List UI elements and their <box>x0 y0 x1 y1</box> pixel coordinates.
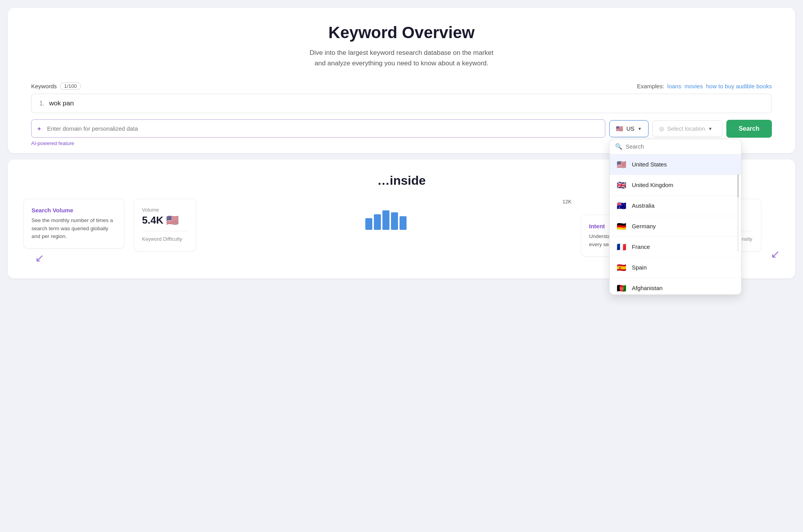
bar-chart <box>365 206 412 230</box>
country-flag-icon: 🇬🇧 <box>617 180 626 190</box>
svg-rect-3 <box>391 212 398 230</box>
keyword-input[interactable] <box>49 100 764 107</box>
location-chevron-icon: ▼ <box>708 126 712 131</box>
keyword-difficulty-label: Keyword Difficulty <box>142 236 188 242</box>
country-flag-icon: 🇺🇸 <box>617 160 626 169</box>
svg-rect-2 <box>382 210 389 230</box>
svg-rect-0 <box>365 218 372 230</box>
dropdown-list: 🇺🇸United States🇬🇧United Kingdom🇦🇺Austral… <box>610 154 741 294</box>
country-dropdown: 🔍 🇺🇸United States🇬🇧United Kingdom🇦🇺Austr… <box>609 139 742 295</box>
chart-label: 12K <box>563 199 572 205</box>
svg-rect-4 <box>400 216 407 230</box>
page-subtitle: Dive into the largest keyword research d… <box>31 47 772 68</box>
domain-input-wrapper: ✦ AI-powered feature <box>31 119 605 138</box>
scroll-track <box>737 174 739 252</box>
insights-heading: …inside <box>377 173 426 188</box>
country-name: Germany <box>632 223 656 229</box>
country-flag-icon: 🇫🇷 <box>617 242 626 252</box>
dropdown-item[interactable]: 🇦🇺Australia <box>610 196 741 216</box>
dropdown-item[interactable]: 🇦🇫Afghanistan <box>610 278 741 294</box>
main-card: Keyword Overview Dive into the largest k… <box>8 8 795 153</box>
dropdown-search-input[interactable] <box>626 143 736 150</box>
keyword-input-row: 1. <box>31 94 772 113</box>
country-flag: 🇺🇸 <box>616 125 623 132</box>
keywords-row: Keywords 1/100 Examples: loans movies ho… <box>31 82 772 90</box>
search-volume-title: Search Volume <box>32 207 116 214</box>
country-code: US <box>626 125 635 132</box>
country-name: United Kingdom <box>632 182 673 188</box>
arrow-down-icon: ↙ <box>35 252 124 264</box>
example-link-audible[interactable]: how to buy audible books <box>706 83 772 89</box>
keywords-label: Keywords 1/100 <box>31 82 81 90</box>
domain-input[interactable] <box>31 119 605 138</box>
country-name: Afghanistan <box>632 285 663 291</box>
chart-area: 12K <box>205 199 572 230</box>
country-name: France <box>632 243 650 250</box>
dropdown-item[interactable]: 🇺🇸United States <box>610 154 741 175</box>
ai-powered-label: AI-powered feature <box>31 140 74 146</box>
country-name: United States <box>632 161 667 168</box>
volume-stat-card: Volume 5.4K 🇺🇸 Keyword Difficulty <box>134 199 196 252</box>
location-placeholder: Select location <box>667 125 705 132</box>
country-name: Spain <box>632 264 647 271</box>
dropdown-item[interactable]: 🇩🇪Germany <box>610 216 741 237</box>
location-selector[interactable]: ◎ Select location ▼ <box>652 120 722 137</box>
svg-rect-1 <box>374 214 381 230</box>
dropdown-item[interactable]: 🇬🇧United Kingdom <box>610 175 741 196</box>
search-volume-desc: See the monthly number of times a search… <box>32 217 116 240</box>
example-link-loans[interactable]: loans <box>667 83 681 89</box>
sparkle-icon: ✦ <box>37 125 42 132</box>
dropdown-item[interactable]: 🇪🇸Spain <box>610 257 741 278</box>
page-title: Keyword Overview <box>31 23 772 42</box>
scroll-thumb <box>737 174 739 198</box>
country-flag-icon: 🇪🇸 <box>617 263 626 272</box>
search-bar-row: ✦ AI-powered feature 🇺🇸 US ▼ 🔍 <box>31 119 772 138</box>
country-flag-icon: 🇦🇺 <box>617 201 626 210</box>
search-volume-section: Search Volume See the monthly number of … <box>23 199 124 264</box>
location-icon: ◎ <box>659 125 664 132</box>
cpc-arrow-icon: ↙ <box>771 248 780 261</box>
example-link-movies[interactable]: movies <box>684 83 703 89</box>
keyword-number: 1. <box>39 100 44 107</box>
country-flag-icon: 🇩🇪 <box>617 222 626 231</box>
country-flag-icon: 🇦🇫 <box>617 284 626 293</box>
volume-value: 5.4K 🇺🇸 <box>142 214 188 226</box>
chevron-down-icon: ▼ <box>638 126 642 131</box>
dropdown-item[interactable]: 🇫🇷France <box>610 237 741 257</box>
search-volume-card: Search Volume See the monthly number of … <box>23 199 124 248</box>
country-wrapper: 🇺🇸 US ▼ 🔍 🇺🇸United States🇬🇧United Kingdo… <box>609 120 649 137</box>
country-selector[interactable]: 🇺🇸 US ▼ <box>609 120 649 137</box>
keywords-badge: 1/100 <box>60 82 81 90</box>
dropdown-search-icon: 🔍 <box>615 143 622 150</box>
dropdown-search-box: 🔍 <box>610 139 741 154</box>
country-name: Australia <box>632 202 654 209</box>
volume-label: Volume <box>142 207 188 213</box>
search-button[interactable]: Search <box>726 120 772 138</box>
examples-row: Examples: loans movies how to buy audibl… <box>637 83 772 89</box>
